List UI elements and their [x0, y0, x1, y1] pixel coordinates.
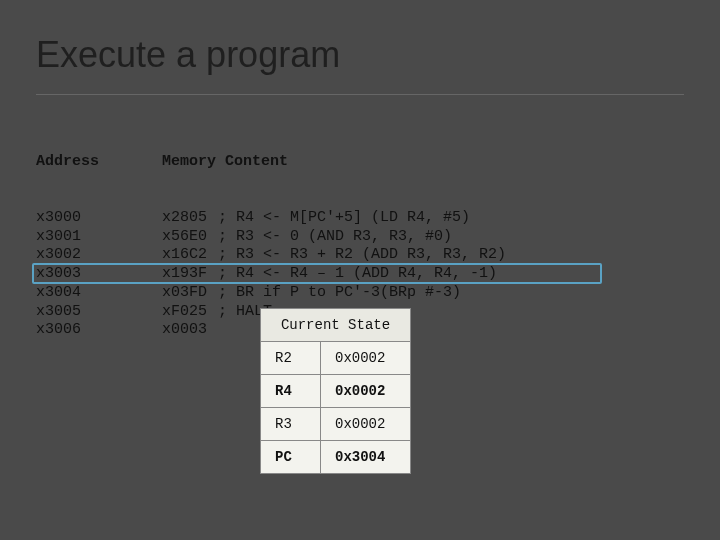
mem-cell: xF025: [162, 303, 218, 322]
addr-cell: x3006: [36, 321, 162, 340]
header-memory: Memory Content: [162, 153, 288, 170]
state-val: 0x0002: [321, 375, 411, 408]
mem-cell: x56E0: [162, 228, 218, 247]
state-table-title: Current State: [261, 309, 411, 342]
slide-title: Execute a program: [36, 24, 684, 95]
mem-cell: x16C2: [162, 246, 218, 265]
state-val: 0x0002: [321, 408, 411, 441]
state-reg: R4: [261, 375, 321, 408]
state-row: R40x0002: [261, 375, 411, 408]
state-val: 0x3004: [321, 441, 411, 474]
state-reg: R2: [261, 342, 321, 375]
addr-cell: x3000: [36, 209, 162, 228]
code-row: x3000x2805; R4 <- M[PC'+5] (LD R4, #5): [36, 209, 684, 228]
code-row: x3001x56E0; R3 <- 0 (AND R3, R3, #0): [36, 228, 684, 247]
comment-cell: ; BR if P to PC'-3(BRp #-3): [218, 284, 461, 303]
addr-cell: x3004: [36, 284, 162, 303]
mem-cell: x193F: [162, 265, 218, 284]
header-address: Address: [36, 153, 162, 172]
comment-cell: ; R4 <- R4 – 1 (ADD R4, R4, -1): [218, 265, 497, 284]
state-reg: PC: [261, 441, 321, 474]
code-header-row: AddressMemory Content: [36, 153, 684, 172]
addr-cell: x3003: [36, 265, 162, 284]
code-row: x3002x16C2; R3 <- R3 + R2 (ADD R3, R3, R…: [36, 246, 684, 265]
current-state-table: Current State R20x0002R40x0002R30x0002PC…: [260, 308, 411, 474]
state-reg: R3: [261, 408, 321, 441]
mem-cell: x2805: [162, 209, 218, 228]
comment-cell: ; R3 <- 0 (AND R3, R3, #0): [218, 228, 452, 247]
comment-cell: ; R4 <- M[PC'+5] (LD R4, #5): [218, 209, 470, 228]
state-row: R20x0002: [261, 342, 411, 375]
code-row: x3003x193F; R4 <- R4 – 1 (ADD R4, R4, -1…: [36, 265, 684, 284]
state-row: PC0x3004: [261, 441, 411, 474]
addr-cell: x3005: [36, 303, 162, 322]
code-row: x3004x03FD; BR if P to PC'-3(BRp #-3): [36, 284, 684, 303]
mem-cell: x0003: [162, 321, 218, 340]
comment-cell: ; R3 <- R3 + R2 (ADD R3, R3, R2): [218, 246, 506, 265]
addr-cell: x3001: [36, 228, 162, 247]
mem-cell: x03FD: [162, 284, 218, 303]
state-val: 0x0002: [321, 342, 411, 375]
addr-cell: x3002: [36, 246, 162, 265]
state-row: R30x0002: [261, 408, 411, 441]
